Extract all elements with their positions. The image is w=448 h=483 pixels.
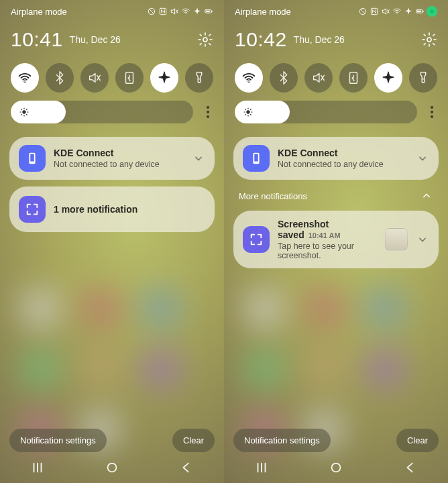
screenshot-thumbnail	[385, 228, 408, 251]
shade-footer: Notification settings Clear	[0, 429, 224, 452]
clear-button[interactable]: Clear	[396, 429, 439, 452]
svg-rect-18	[423, 11, 423, 12]
qs-bluetooth[interactable]	[46, 63, 74, 93]
qs-battery-saver[interactable]	[339, 63, 368, 93]
qs-flashlight[interactable]	[409, 63, 437, 93]
svg-point-21	[431, 11, 433, 12]
brightness-row	[224, 97, 448, 130]
clock-row: 10:41 Thu, Dec 26	[0, 23, 224, 56]
wifi-status-icon	[392, 7, 402, 16]
notification-subtitle: Tap here to see your screenshot.	[278, 241, 377, 260]
nav-home-icon[interactable]	[329, 460, 343, 475]
brightness-slider[interactable]	[235, 101, 417, 123]
svg-rect-4	[211, 11, 212, 12]
battery-status-icon	[204, 7, 213, 16]
nav-recents-icon[interactable]	[254, 460, 269, 475]
chevron-down-icon[interactable]	[192, 152, 205, 165]
brightness-slider[interactable]	[11, 101, 193, 123]
quick-settings-row	[224, 56, 448, 97]
notification-title: KDE Connect	[278, 148, 408, 158]
airplane-status-icon	[404, 7, 413, 16]
more-menu-icon[interactable]	[200, 106, 216, 118]
qs-mute[interactable]	[80, 63, 109, 93]
dnd-icon	[358, 7, 368, 16]
date: Thu, Dec 26	[70, 34, 121, 45]
nav-bar	[0, 452, 224, 483]
chevron-down-icon[interactable]	[416, 233, 429, 246]
kde-connect-app-icon	[19, 145, 46, 172]
qs-airplane[interactable]	[374, 63, 402, 93]
qs-bluetooth[interactable]	[270, 63, 298, 93]
svg-point-23	[248, 80, 250, 83]
clock: 10:41	[11, 28, 63, 51]
notification-kde-connect[interactable]: KDE Connect Not connected to any device	[233, 137, 439, 180]
more-notifications-header[interactable]: More notifications	[224, 180, 448, 204]
screenshot-app-icon	[19, 196, 46, 223]
phone-right: Airplane mode 10:42 Thu, Dec 26	[224, 0, 448, 483]
status-bar: Airplane mode	[0, 0, 224, 23]
status-icons	[358, 6, 437, 17]
svg-rect-19	[417, 11, 421, 12]
notification-settings-button[interactable]: Notification settings	[233, 429, 331, 452]
settings-icon[interactable]	[197, 32, 213, 48]
svg-point-13	[108, 464, 117, 472]
notification-title: Screenshot saved10:41 AM	[278, 219, 377, 240]
notification-screenshot[interactable]: Screenshot saved10:41 AM Tap here to see…	[233, 211, 439, 268]
home-blur-backdrop	[224, 262, 448, 429]
phone-left: Airplane mode 10:41 Thu, Dec 26	[0, 0, 224, 483]
chevron-down-icon[interactable]	[416, 152, 429, 165]
notification-subtitle: Not connected to any device	[54, 160, 184, 169]
status-icons	[147, 7, 213, 16]
svg-point-29	[332, 464, 341, 472]
status-label: Airplane mode	[235, 7, 291, 17]
qs-mute[interactable]	[304, 63, 333, 93]
status-label: Airplane mode	[11, 7, 67, 17]
qs-battery-saver[interactable]	[115, 63, 144, 93]
svg-rect-5	[206, 11, 210, 12]
settings-icon[interactable]	[421, 32, 437, 48]
wifi-status-icon	[181, 7, 190, 16]
screenshot-app-icon	[243, 226, 270, 253]
notification-kde-connect[interactable]: KDE Connect Not connected to any device	[9, 137, 215, 180]
mute-status-icon	[170, 7, 179, 16]
qs-flashlight[interactable]	[185, 63, 213, 93]
clear-button[interactable]: Clear	[172, 429, 215, 452]
svg-point-22	[427, 38, 431, 42]
mute-status-icon	[381, 7, 390, 16]
status-bar: Airplane mode	[224, 0, 448, 23]
airplane-status-icon	[192, 7, 202, 16]
brightness-icon	[19, 107, 30, 117]
shade-footer: Notification settings Clear	[224, 429, 448, 452]
clock: 10:42	[235, 28, 287, 51]
more-notifications-label: More notifications	[239, 191, 307, 201]
home-blur-backdrop	[0, 262, 224, 429]
svg-point-6	[203, 38, 207, 42]
battery-status-icon	[415, 7, 425, 16]
clock-row: 10:42 Thu, Dec 26	[224, 23, 448, 56]
nav-home-icon[interactable]	[105, 460, 119, 475]
nav-back-icon[interactable]	[179, 460, 194, 475]
nav-recents-icon[interactable]	[30, 460, 45, 475]
notification-summary[interactable]: 1 more notification	[9, 186, 215, 232]
quick-settings-row	[0, 56, 224, 97]
svg-point-2	[185, 13, 186, 14]
notification-settings-button[interactable]: Notification settings	[9, 429, 107, 452]
notification-subtitle: Not connected to any device	[278, 160, 408, 169]
qs-wifi[interactable]	[11, 63, 39, 93]
svg-point-25	[423, 78, 424, 80]
qs-airplane[interactable]	[150, 63, 178, 93]
date: Thu, Dec 26	[294, 34, 345, 45]
nfc-icon	[370, 7, 379, 16]
more-menu-icon[interactable]	[424, 106, 440, 118]
svg-point-9	[199, 78, 200, 80]
notification-time: 10:41 AM	[309, 231, 341, 239]
dnd-icon	[147, 7, 156, 16]
svg-point-10	[22, 110, 25, 113]
nav-back-icon[interactable]	[403, 460, 418, 475]
svg-rect-12	[30, 154, 34, 162]
svg-point-26	[246, 110, 249, 113]
qs-wifi[interactable]	[235, 63, 263, 93]
brightness-row	[0, 97, 224, 130]
camera-indicator-icon	[427, 6, 437, 17]
chevron-up-icon	[420, 189, 433, 203]
